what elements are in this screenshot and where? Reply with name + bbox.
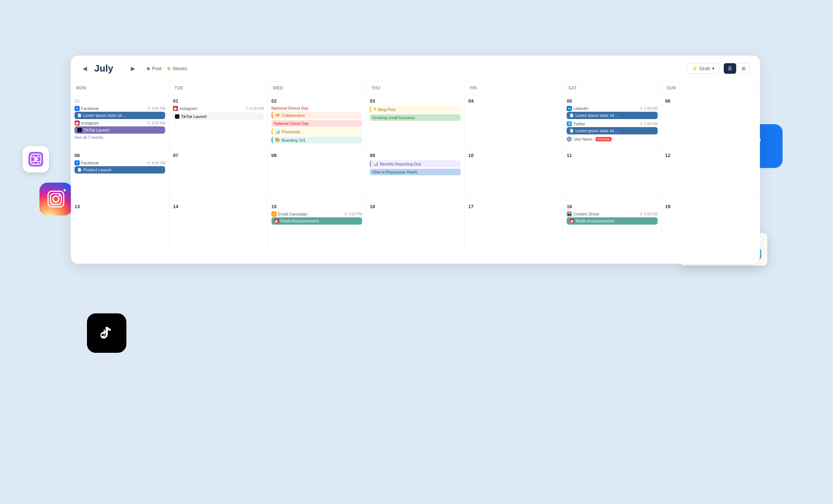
day-10: 10 [465, 149, 563, 200]
tiktok-event-title: TikTok Launch [84, 128, 110, 132]
calendar-legend: Post Stories [147, 66, 187, 71]
email-15-header: @ Email Campaign ⏱ 4:00 PM [271, 211, 362, 217]
svg-point-11 [59, 195, 61, 196]
brand-icon: 🎨 [275, 138, 280, 142]
user-name: User Name [574, 137, 592, 141]
instagram-time: ⏱ 8:00 PM [147, 121, 165, 125]
repurpose-label: How to Repurpose Reels [372, 170, 417, 174]
reels-icon [23, 146, 49, 172]
presentation-event[interactable]: 📊 Presentati... [271, 128, 362, 135]
ig-icon: ◉ [75, 121, 80, 126]
tw-05-header: 𝕏 Twitter ⏱ 2:00 PM [567, 121, 657, 126]
filter-icon: ⚡ [692, 66, 697, 71]
fb-06-platform: f Facebook [75, 160, 99, 165]
facebook-label: Facebook [81, 106, 99, 111]
growing-small-business-event[interactable]: Growing small business [370, 114, 460, 121]
product-launch-icon: 📄 [77, 168, 81, 172]
li-05-pill-title: Lorem ipsum dolor sit ... [575, 113, 618, 118]
tw-05-label: Twitter [573, 122, 585, 126]
reels-announcement-15-title: Reels Announcement [281, 219, 319, 223]
day-number-17: 17 [468, 204, 559, 209]
day-number-18: 18 [567, 204, 657, 209]
fb-icon: f [75, 106, 80, 111]
collaboration-event[interactable]: 🤝 Collaboration [271, 112, 362, 119]
monthly-reporting-event[interactable]: 📊 Monthly Reporting Due [370, 160, 460, 167]
list-view-button[interactable]: ☰ [724, 63, 736, 74]
day-15: 15 @ Email Campaign ⏱ 4:00 PM ◉ Reels An… [268, 200, 366, 251]
day-number-04: 04 [468, 98, 559, 104]
header-wed: Wed [268, 82, 366, 95]
blog-post-thu-event[interactable]: ✎ Blog Post [370, 106, 460, 113]
how-to-repurpose-event[interactable]: How to Repurpose Reels [370, 169, 460, 175]
tw-05-pill[interactable]: 📄 Lorem ipsum dolor sit ... [567, 127, 657, 134]
li-05-pill[interactable]: 📄 Lorem ipsum dolor sit ... [567, 112, 657, 119]
instagram-platform: ◉ Instagram [75, 121, 99, 126]
svg-point-10 [53, 196, 59, 202]
header-sat: Sat [563, 82, 661, 95]
tiktok-01-event[interactable]: ♪ TikTok Launch · [173, 112, 263, 121]
li-05-platform: in LinkedIn [567, 106, 589, 111]
li-05-header: in LinkedIn ⏱ 2:00 PM [567, 106, 657, 111]
instagram-label: Instagram [81, 121, 99, 125]
day-17: 17 [465, 200, 563, 251]
day-11: 11 [563, 149, 661, 200]
facebook-event-header: f Facebook ⏱ 4:00 PM [75, 106, 165, 111]
reels-announcement-15-pill[interactable]: ◉ Reels Announcement [271, 217, 362, 225]
tw-05-time: ⏱ 2:00 PM [639, 122, 658, 126]
user-overdue-row: U User Name Overdue [567, 137, 657, 142]
day-number-02: 02 [271, 98, 362, 104]
day-08: 08 [268, 149, 366, 200]
ig-01-icon: ◉ [173, 106, 178, 111]
month-title: July [94, 63, 123, 74]
day-12: 12 [662, 149, 760, 200]
national-donut-event[interactable]: National Donut Day [271, 120, 362, 127]
day-number-13: 13 [75, 204, 165, 209]
li-05-time: ⏱ 2:00 PM [639, 107, 658, 111]
next-month-button[interactable]: ▶ [129, 64, 137, 73]
header-mon: Mon [71, 82, 169, 95]
reels-announcement-18-pill[interactable]: ◉ Reels Announcement [567, 217, 657, 225]
day-number-14: 14 [173, 204, 263, 209]
day-13: 13 [71, 200, 169, 251]
day-number-10: 10 [468, 153, 559, 158]
fb-06-label: Facebook [81, 161, 99, 165]
user-avatar: U [567, 137, 572, 142]
calendar-header: ◀ July ▶ Post Stories ⚡ Draft ▾ ☰ ⊞ [71, 56, 760, 82]
day-06-sun: 06 [662, 95, 760, 149]
day-number-07: 07 [173, 153, 263, 158]
fb-06-time: ⏱ 4:00 PM [147, 161, 165, 165]
header-tue: Tue [169, 82, 267, 95]
content-18-icon: 📷 [567, 211, 572, 217]
day-07: 07 [169, 149, 267, 200]
overdue-badge: Overdue [596, 137, 612, 141]
instagram-icon [39, 183, 72, 215]
legend-stories: Stories [167, 66, 187, 71]
national-donut-label: National Donut Day [271, 106, 362, 110]
content-18-platform: 📷 Content Shoot [567, 211, 599, 217]
day-19: 19 [662, 200, 760, 251]
instagram-event-header: ◉ Instagram ⏱ 8:00 PM [75, 121, 165, 126]
grid-view-button[interactable]: ⊞ [738, 63, 750, 74]
header-sun: Sun [662, 82, 760, 95]
blog-post-thu-label: Blog Post [378, 107, 395, 112]
facebook-event-pill[interactable]: 📄 Lorem ipsum dolor sit ... [75, 112, 165, 119]
li-05-label: LinkedIn [573, 106, 589, 111]
li-05-icon: in [567, 106, 572, 111]
tiktok-event-pill[interactable]: ♪ TikTok Launch [75, 126, 165, 134]
prev-month-button[interactable]: ◀ [81, 64, 88, 73]
day-number-09: 09 [370, 153, 460, 158]
collaboration-label: Collaboration [282, 113, 305, 118]
email-15-icon: @ [271, 211, 277, 217]
day-number-15: 15 [271, 204, 362, 209]
see-all-events[interactable]: See all 7 events [75, 135, 165, 140]
reels-announcement-18-title: Reels Announcement [576, 219, 614, 223]
day-31: 31 f Facebook ⏱ 4:00 PM 📄 Lorem ipsum do… [71, 95, 169, 149]
product-launch-pill[interactable]: 📄 Product Launch [75, 166, 165, 173]
filter-button[interactable]: ⚡ Draft ▾ [687, 63, 719, 74]
email-15-platform: @ Email Campaign [271, 211, 308, 217]
branding-event[interactable]: 🎨 Branding 101 [271, 137, 362, 144]
growing-label: Growing small business [372, 115, 415, 120]
stories-dot [167, 67, 170, 70]
filter-label: Draft [700, 66, 710, 71]
filter-chevron: ▾ [712, 66, 715, 71]
